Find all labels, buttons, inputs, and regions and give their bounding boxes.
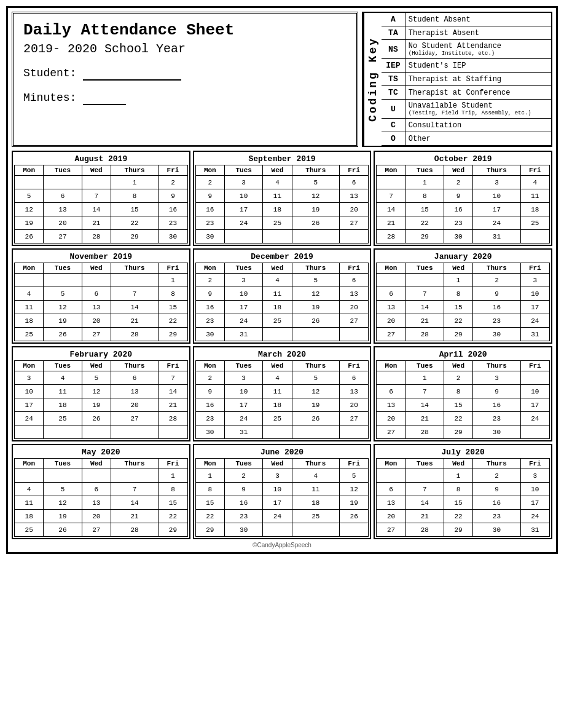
coding-key-label: Coding Key: [363, 13, 382, 146]
footer: ©CandyAppleSpeech: [12, 542, 552, 548]
calendar-day: 11: [263, 385, 292, 398]
calendar-box: March 2020MonTuesWedThursFri234569101112…: [193, 346, 372, 441]
calendar-day: [15, 274, 44, 287]
calendar-day: 9: [224, 483, 262, 496]
calendar-day: 13: [339, 189, 368, 203]
calendar-day: 3: [520, 469, 549, 483]
calendar-day: 14: [159, 385, 187, 398]
calendar-day: [377, 469, 405, 483]
calendar-day: 18: [44, 398, 82, 412]
calendar-day: 20: [339, 301, 368, 314]
calendar-day: 31: [224, 425, 262, 439]
calendar-day: 6: [339, 176, 368, 189]
calendar-day: 21: [377, 216, 405, 230]
calendar-day: 25: [44, 412, 82, 425]
day-header: Mon: [377, 361, 405, 371]
day-header: Wed: [263, 263, 292, 274]
calendar-day: 2: [195, 371, 224, 385]
calendar-day: 14: [377, 203, 405, 216]
calendar-day: 22: [159, 510, 187, 523]
calendar-day: 31: [520, 328, 549, 341]
calendar-day: 21: [405, 510, 444, 523]
calendar-day: 23: [195, 314, 224, 328]
calendar-day: 29: [444, 425, 472, 439]
coding-key-description: Therapist at Conference: [405, 86, 551, 100]
calendar-day: 19: [292, 301, 339, 314]
calendar-day: 11: [15, 496, 44, 510]
coding-key-description: Therapist Absent: [405, 26, 551, 40]
calendar-day: 26: [82, 412, 111, 425]
coding-key-code: O: [382, 132, 405, 146]
calendar-day: [82, 176, 111, 189]
calendar-day: 12: [44, 301, 82, 314]
calendar-day: 3: [224, 274, 262, 287]
calendar-day: 26: [44, 328, 82, 341]
calendar-day: 31: [473, 230, 520, 243]
calendar-day: 22: [444, 314, 472, 328]
calendar-day: 20: [377, 314, 405, 328]
calendar-day: [44, 274, 82, 287]
calendar-day: [224, 230, 262, 243]
calendar-day: [339, 425, 368, 439]
day-header: Wed: [82, 459, 111, 469]
calendar-day: 19: [339, 496, 368, 510]
calendar-day: 4: [15, 287, 44, 301]
calendar-day: 28: [405, 328, 444, 341]
calendar-day: 15: [111, 203, 158, 216]
day-header: Wed: [263, 165, 292, 176]
calendar-day: 28: [111, 328, 158, 341]
coding-key-description: Therapist at Staffing: [405, 73, 551, 86]
coding-key-description: Other: [405, 132, 551, 146]
day-header: Mon: [15, 165, 44, 176]
calendar-day: 18: [292, 496, 339, 510]
calendar-day: 29: [159, 328, 187, 341]
calendar-day: 20: [339, 398, 368, 412]
calendar-day: 18: [15, 510, 44, 523]
day-header: Fri: [520, 165, 549, 176]
calendar-box: October 2019MonTuesWedThursFri1234789101…: [374, 151, 552, 246]
calendar-day: [520, 425, 549, 439]
calendar-table: MonTuesWedThursFri3456710111213141718192…: [14, 360, 188, 439]
calendar-day: 1: [159, 274, 187, 287]
calendar-day: 10: [224, 385, 262, 398]
calendar-day: 14: [111, 496, 158, 510]
calendar-day: 30: [159, 230, 187, 243]
calendar-day: 23: [473, 412, 520, 425]
day-header: Fri: [339, 263, 368, 274]
calendar-day: 8: [111, 189, 158, 203]
calendar-day: 8: [195, 483, 224, 496]
coding-key-box: Coding Key AStudent AbsentTATherapist Ab…: [362, 12, 552, 147]
calendar-day: 3: [473, 371, 520, 385]
calendar-day: 13: [82, 301, 111, 314]
calendar-day: 8: [405, 189, 444, 203]
coding-key-description: Student Absent: [405, 13, 551, 26]
calendar-day: 23: [195, 216, 224, 230]
calendar-day: 2: [195, 176, 224, 189]
calendar-day: [377, 274, 405, 287]
calendar-day: [292, 425, 339, 439]
calendar-table: MonTuesWedThursFri1456781112131415181920…: [14, 263, 188, 341]
calendar-day: 27: [377, 328, 405, 341]
calendars-grid: August 2019MonTuesWedThursFri12567891213…: [12, 151, 552, 539]
calendar-day: 10: [15, 385, 44, 398]
calendar-day: 22: [444, 510, 472, 523]
calendar-day: [405, 469, 444, 483]
day-header: Wed: [263, 361, 292, 371]
coding-key-code: NS: [382, 40, 405, 59]
coding-key-table: AStudent AbsentTATherapist AbsentNSNo St…: [382, 13, 551, 146]
day-header: Mon: [15, 459, 44, 469]
day-header: Tues: [405, 361, 444, 371]
calendar-day: 7: [111, 287, 158, 301]
calendar-day: 27: [339, 314, 368, 328]
calendar-day: 29: [159, 523, 187, 537]
calendar-day: 1: [195, 469, 224, 483]
calendar-day: 14: [405, 301, 444, 314]
day-header: Wed: [444, 361, 472, 371]
day-header: Thurs: [292, 263, 339, 274]
coding-key-code: C: [382, 119, 405, 132]
calendar-day: 6: [377, 287, 405, 301]
calendar-day: 30: [473, 328, 520, 341]
coding-key-description: No Student Attendance(Holiday, Institute…: [405, 40, 551, 59]
calendar-title: September 2019: [195, 153, 369, 165]
calendar-table: MonTuesWedThursFri1236789101314151617202…: [376, 263, 550, 341]
